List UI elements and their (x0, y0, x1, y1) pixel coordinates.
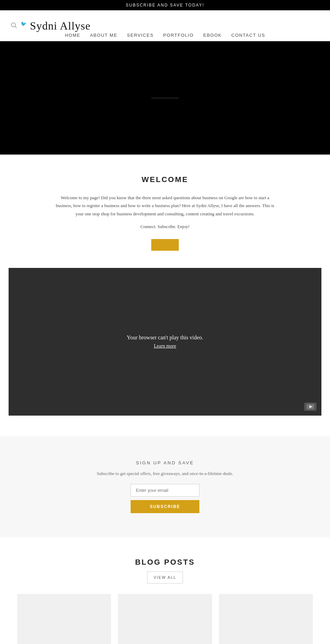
blog-title: BLOG POSTS (7, 558, 323, 567)
nav-about[interactable]: ABOUT ME (90, 33, 118, 38)
svg-point-0 (11, 23, 15, 27)
logo[interactable]: 🐦 Sydni Allyse (21, 20, 90, 32)
nav-portfolio[interactable]: PORTFOLIO (163, 33, 194, 38)
nav-contact[interactable]: CONTACT US (231, 33, 265, 38)
video-cant-play-message: Your browser can't play this video. Lear… (127, 335, 204, 349)
blog-post-card-3[interactable] (219, 594, 313, 644)
view-all-button[interactable]: VIEW ALL (147, 572, 183, 584)
youtube-icon[interactable] (304, 403, 317, 411)
hero-divider (151, 98, 179, 98)
signup-form: SUBSCRIBE (7, 484, 323, 513)
email-input[interactable] (131, 484, 199, 497)
logo-bird-icon: 🐦 (21, 21, 27, 26)
signup-description: Subscribe to get special offers, free gi… (7, 471, 323, 476)
welcome-button[interactable] (151, 239, 179, 251)
logo-text: 🐦 Sydni Allyse (21, 20, 90, 32)
nav-services[interactable]: SERVICES (127, 33, 154, 38)
blog-post-card-1[interactable] (17, 594, 111, 644)
nav-home[interactable]: HOME (65, 33, 80, 38)
blog-section: BLOG POSTS VIEW ALL (0, 537, 330, 644)
signup-section: SIGN UP AND SAVE Subscribe to get specia… (0, 436, 330, 537)
blog-post-card-2[interactable] (118, 594, 212, 644)
video-section: Your browser can't play this video. Lear… (9, 268, 321, 416)
video-error-text: Your browser can't play this video. (127, 335, 204, 341)
blog-posts-grid (7, 594, 323, 644)
signup-title: SIGN UP AND SAVE (7, 460, 323, 465)
welcome-tagline: Connect. Subscribe. Enjoy! (55, 224, 275, 229)
welcome-section: WELCOME Welcome to my page! Did you know… (0, 155, 330, 268)
subscribe-button[interactable]: SUBSCRIBE (131, 500, 199, 513)
top-banner: SUBSCRIBE AND SAVE TODAY! (0, 0, 330, 10)
header: 🐦 Sydni Allyse HOME ABOUT ME SERVICES PO… (0, 10, 330, 41)
banner-text: SUBSCRIBE AND SAVE TODAY! (126, 3, 205, 8)
welcome-paragraph: Welcome to my page! Did you know that th… (55, 194, 275, 218)
welcome-title: WELCOME (55, 175, 275, 184)
svg-line-1 (15, 26, 17, 28)
video-learn-more-link[interactable]: Learn more (154, 343, 176, 349)
nav-ebook[interactable]: EBOOK (203, 33, 222, 38)
hero-section (0, 41, 330, 155)
search-icon[interactable] (10, 22, 17, 30)
